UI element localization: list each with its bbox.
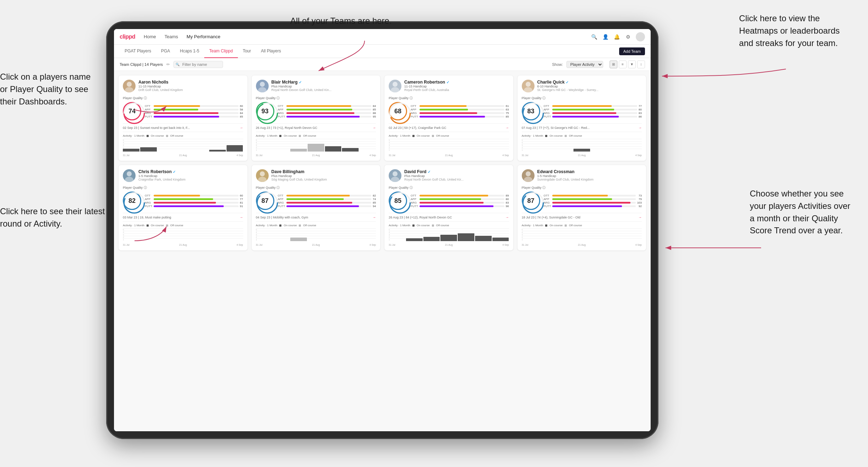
mini-chart: 54321 31 Jul 21 Aug 4 Sep (256, 228, 376, 246)
player-card[interactable]: Aaron Nicholls 11-15 Handicap Drift Golf… (118, 75, 248, 161)
on-course-legend (147, 224, 149, 227)
card-header: Blair McHarg ✓ Plus Handicap Royal North… (256, 80, 376, 92)
activity-header: Activity · 1 Month On course Off course (522, 224, 642, 227)
stats-grid: OTT 61 APP 63 ARG 75 PUTT 85 (411, 104, 509, 118)
navbar: clippd Home Teams My Performance 🔍 👤 🔔 ⚙ (114, 29, 651, 45)
sort-button[interactable]: ↕ (637, 61, 645, 68)
player-name[interactable]: Chris Robertson ✓ (138, 169, 243, 174)
player-avatar (522, 169, 535, 182)
player-card[interactable]: Cameron Robertson ✓ 11-15 Handicap Royal… (384, 75, 514, 161)
grid-view-button[interactable]: ⊞ (610, 61, 617, 68)
settings-icon[interactable]: ⚙ (624, 33, 632, 40)
svg-point-25 (391, 177, 399, 182)
chart-label-0: 31 Jul (522, 154, 529, 156)
quality-circle[interactable]: 68 (389, 102, 407, 120)
player-name[interactable]: Charlie Quick ✓ (537, 80, 642, 85)
search-icon[interactable]: 🔍 (590, 33, 598, 40)
player-name[interactable]: Aaron Nicholls (138, 80, 243, 85)
off-course-label: Off course (569, 134, 582, 137)
quality-label: Player Quality ⓘ (522, 96, 642, 101)
edit-icon[interactable]: ✏ (166, 62, 170, 67)
quality-circle[interactable]: 83 (522, 102, 540, 120)
chart-label-2: 4 Sep (236, 244, 243, 246)
quality-circle[interactable]: 87 (522, 192, 540, 210)
quality-circle[interactable]: 93 (256, 102, 274, 120)
add-team-button[interactable]: Add Team (619, 47, 645, 55)
quality-section: 93 OTT 84 APP 85 ARG 88 PUTT 95 (256, 102, 376, 120)
player-card[interactable]: Chris Robertson ✓ 1-5 Handicap Craigmill… (118, 165, 248, 251)
bars-container (123, 139, 243, 152)
arg-value: 85 (373, 201, 376, 204)
quality-section: 74 OTT 60 APP 58 ARG 84 PUTT 85 (123, 102, 243, 120)
player-name[interactable]: David Ford ✓ (404, 169, 509, 174)
activity-section: Activity · 1 Month On course Off course … (256, 132, 376, 156)
nav-teams[interactable]: Teams (165, 34, 178, 39)
filter-input[interactable] (173, 61, 223, 68)
round-arrow: → (638, 215, 642, 219)
player-name[interactable]: Cameron Robertson ✓ (404, 80, 509, 85)
on-course-label: On course (549, 134, 563, 137)
show-select[interactable]: Player Activity (566, 61, 603, 68)
nav-my-performance[interactable]: My Performance (187, 34, 220, 39)
putt-label: PUTT (411, 115, 418, 118)
chart-label-0: 31 Jul (256, 154, 263, 156)
activity-label: Activity · 1 Month (123, 134, 144, 137)
putt-value: 92 (637, 205, 642, 208)
stats-grid: OTT 60 APP 77 ARG 81 PUTT 91 (145, 194, 243, 208)
ott-value: 60 (240, 104, 243, 108)
quality-circle[interactable]: 74 (123, 102, 141, 120)
ipad-screen: clippd Home Teams My Performance 🔍 👤 🔔 ⚙… (114, 29, 651, 431)
mini-chart: 54321 31 Jul 21 Aug 4 Sep (256, 139, 376, 156)
player-card[interactable]: David Ford ✓ Plus Handicap Royal North D… (384, 165, 514, 251)
quality-label: Player Quality ⓘ (256, 96, 376, 101)
activity-label: Activity · 1 Month (389, 224, 410, 227)
player-grid: Aaron Nicholls 11-15 Handicap Drift Golf… (118, 75, 646, 251)
chart-label-0: 31 Jul (522, 244, 529, 246)
arg-label: ARG (411, 112, 418, 115)
chart-label-1: 21 Aug (312, 154, 320, 156)
tab-tour[interactable]: Tour (238, 45, 256, 58)
quality-circle[interactable]: 85 (389, 192, 407, 210)
profile-icon[interactable]: 👤 (602, 33, 609, 40)
chart-label-0: 31 Jul (389, 244, 395, 246)
arg-value: 83 (506, 201, 509, 204)
player-card[interactable]: Edward Crossman 1-5 Handicap Sunningdale… (517, 165, 647, 251)
player-name[interactable]: Dave Billingham (272, 169, 376, 174)
tab-pga[interactable]: PGA (156, 45, 175, 58)
ott-label: OTT (145, 194, 152, 197)
nav-home[interactable]: Home (144, 34, 156, 39)
tab-hcaps[interactable]: Hcaps 1-5 (175, 45, 204, 58)
off-course-legend (432, 224, 434, 227)
arg-value: 75 (506, 112, 509, 115)
round-text: 02 Jul 23 | 59 (+17), Craigmillar Park G… (389, 126, 446, 130)
round-text: 26 Aug 23 | 73 (+1), Royal North Devon G… (256, 126, 318, 130)
app-value: 63 (506, 108, 509, 111)
tab-all-players[interactable]: All Players (256, 45, 286, 58)
filter-view-button[interactable]: ▼ (628, 61, 636, 68)
quality-circle[interactable]: 87 (256, 192, 274, 210)
chart-label-1: 21 Aug (445, 244, 453, 246)
quality-label: Player Quality ⓘ (256, 186, 376, 190)
svg-point-28 (526, 171, 531, 176)
avatar[interactable] (636, 32, 645, 41)
ott-value: 73 (637, 194, 642, 197)
player-card[interactable]: Dave Billingham Plus Handicap Sög Maging… (251, 165, 381, 251)
app-value: 80 (639, 108, 642, 111)
player-card[interactable]: Charlie Quick ✓ 6-10 Handicap St. George… (517, 75, 647, 161)
putt-value: 96 (506, 205, 509, 208)
view-icons: ⊞ ≡ ▼ ↕ (610, 61, 645, 68)
chart-labels: 31 Jul 21 Aug 4 Sep (256, 244, 376, 246)
tab-pgat-players[interactable]: PGAT Players (120, 45, 156, 58)
tab-team-clippd[interactable]: Team Clippd (204, 45, 238, 58)
round-text: 18 Jul 23 | 74 (+4), Sunningdale GC - Ol… (522, 216, 581, 219)
mini-chart: 54321 31 Jul 21 Aug 4 Sep (389, 139, 509, 156)
ott-value: 82 (373, 194, 376, 197)
off-course-label: Off course (170, 224, 183, 227)
player-name[interactable]: Edward Crossman (537, 169, 642, 174)
player-avatar (123, 169, 136, 182)
bell-icon[interactable]: 🔔 (613, 33, 620, 40)
quality-circle[interactable]: 82 (123, 192, 141, 210)
player-name[interactable]: Blair McHarg ✓ (272, 80, 376, 85)
list-view-button[interactable]: ≡ (619, 61, 627, 68)
player-card[interactable]: Blair McHarg ✓ Plus Handicap Royal North… (251, 75, 381, 161)
